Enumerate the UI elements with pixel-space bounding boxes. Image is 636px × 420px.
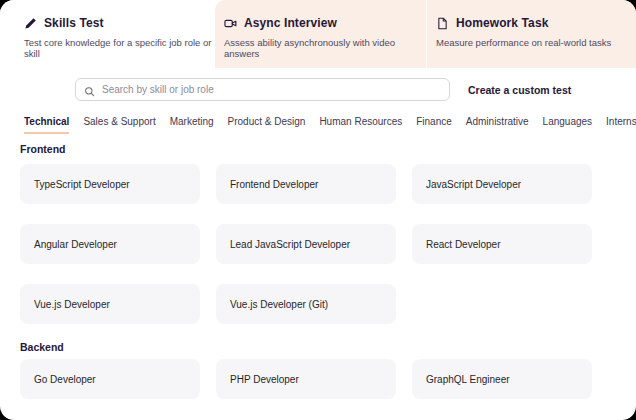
category-tab-human-resources[interactable]: Human Resources bbox=[319, 116, 402, 134]
backend-card-grid: Go Developer PHP Developer GraphQL Engin… bbox=[20, 359, 636, 399]
role-card-react-developer[interactable]: React Developer bbox=[412, 224, 592, 264]
role-card-graphql-engineer[interactable]: GraphQL Engineer bbox=[412, 359, 592, 399]
tab-async-interview-description: Assess ability asynchronously with video… bbox=[224, 37, 426, 59]
category-tab-technical[interactable]: Technical bbox=[24, 116, 69, 134]
category-tab-languages[interactable]: Languages bbox=[543, 116, 593, 134]
tab-async-interview-header: Async Interview bbox=[224, 16, 426, 30]
role-card-php-developer[interactable]: PHP Developer bbox=[216, 359, 396, 399]
video-camera-icon bbox=[224, 17, 237, 30]
section-title-backend: Backend bbox=[20, 341, 636, 353]
role-card-go-developer[interactable]: Go Developer bbox=[20, 359, 200, 399]
test-type-tabs: Skills Test Test core knowledge for a sp… bbox=[0, 0, 636, 68]
frontend-card-grid: TypeScript Developer Frontend Developer … bbox=[20, 164, 636, 324]
document-icon bbox=[436, 17, 449, 30]
category-tab-internships[interactable]: Internships bbox=[606, 116, 636, 134]
pencil-icon bbox=[24, 17, 37, 30]
tab-homework-task-description: Measure performance on real-world tasks bbox=[436, 37, 636, 48]
search-row: Create a custom test bbox=[75, 78, 616, 101]
category-tab-product-design[interactable]: Product & Design bbox=[228, 116, 306, 134]
create-custom-test-link[interactable]: Create a custom test bbox=[468, 84, 571, 96]
tab-async-interview[interactable]: Async Interview Assess ability asynchron… bbox=[215, 0, 426, 68]
test-library-panel: Skills Test Test core knowledge for a sp… bbox=[0, 0, 636, 420]
category-tab-finance[interactable]: Finance bbox=[416, 116, 452, 134]
tab-async-interview-label: Async Interview bbox=[244, 16, 337, 30]
search-input[interactable] bbox=[75, 78, 450, 101]
role-card-lead-javascript-developer[interactable]: Lead JavaScript Developer bbox=[216, 224, 396, 264]
role-card-frontend-developer[interactable]: Frontend Developer bbox=[216, 164, 396, 204]
role-card-vuejs-developer[interactable]: Vue.js Developer bbox=[20, 284, 200, 324]
tab-skills-test[interactable]: Skills Test Test core knowledge for a sp… bbox=[0, 0, 215, 68]
category-tab-administrative[interactable]: Administrative bbox=[466, 116, 529, 134]
category-tab-sales-support[interactable]: Sales & Support bbox=[83, 116, 155, 134]
role-card-javascript-developer[interactable]: JavaScript Developer bbox=[412, 164, 592, 204]
category-tabs: Technical Sales & Support Marketing Prod… bbox=[24, 116, 620, 134]
role-card-typescript-developer[interactable]: TypeScript Developer bbox=[20, 164, 200, 204]
tab-homework-task-label: Homework Task bbox=[456, 16, 548, 30]
role-card-angular-developer[interactable]: Angular Developer bbox=[20, 224, 200, 264]
tab-skills-test-header: Skills Test bbox=[24, 16, 215, 30]
section-title-frontend: Frontend bbox=[20, 143, 636, 155]
role-card-vuejs-developer-git[interactable]: Vue.js Developer (Git) bbox=[216, 284, 396, 324]
tab-skills-test-description: Test core knowledge for a specific job r… bbox=[24, 37, 215, 59]
search-box bbox=[75, 78, 450, 101]
tab-homework-task[interactable]: Homework Task Measure performance on rea… bbox=[426, 0, 636, 68]
category-tab-marketing[interactable]: Marketing bbox=[170, 116, 214, 134]
tab-homework-task-header: Homework Task bbox=[436, 16, 636, 30]
tab-skills-test-label: Skills Test bbox=[44, 16, 104, 30]
